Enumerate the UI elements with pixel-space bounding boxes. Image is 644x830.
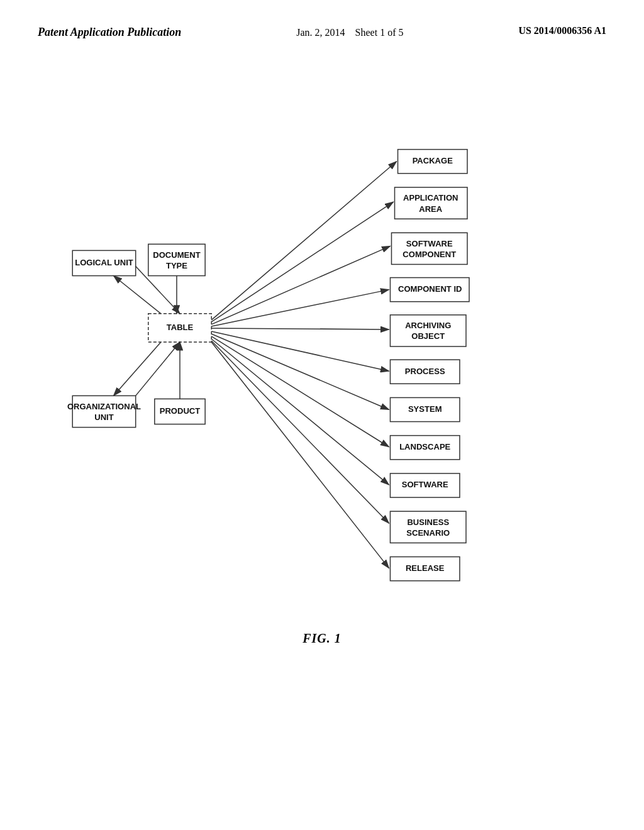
- product-label: PRODUCT: [160, 406, 201, 416]
- arrow-table-compid: [211, 290, 389, 326]
- document-type-node: [148, 244, 205, 275]
- header-date: Jan. 2, 2014: [296, 27, 345, 38]
- header-patent-number: US 2014/0006356 A1: [518, 25, 606, 36]
- business-scenario-node: [390, 511, 466, 543]
- arrow-table-logunit: [114, 276, 161, 314]
- figure-caption: FIG. 1: [38, 631, 606, 646]
- header-date-sheet: Jan. 2, 2014 Sheet 1 of 5: [296, 25, 403, 40]
- org-unit-label2: UNIT: [94, 412, 113, 422]
- arrow-table-orgunit: [114, 342, 161, 396]
- landscape-label: LANDSCAPE: [399, 442, 450, 451]
- table-node-label: TABLE: [167, 323, 194, 332]
- process-label: PROCESS: [405, 367, 445, 376]
- org-unit-node: [72, 396, 135, 427]
- header: Patent Application Publication Jan. 2, 2…: [38, 25, 606, 40]
- application-area-label2: AREA: [419, 204, 443, 214]
- business-scenario-label: BUSINESS: [407, 517, 449, 527]
- arrow-table-apparea: [211, 202, 393, 322]
- package-label: PACKAGE: [413, 156, 453, 165]
- header-publication-type: Patent Application Publication: [38, 25, 181, 40]
- software-component-label: SOFTWARE: [406, 239, 453, 248]
- arrow-table-software: [211, 339, 389, 485]
- component-id-label: COMPONENT ID: [398, 284, 462, 294]
- archiving-object-label: ARCHIVING: [405, 321, 451, 330]
- arrow-table-system: [211, 334, 389, 410]
- diagram-svg: TABLE LOGICAL UNIT DOCUMENT TYPE ORGANIZ…: [38, 59, 606, 625]
- document-type-label2: TYPE: [166, 261, 187, 270]
- software-component-node: [391, 233, 467, 264]
- header-sheet: Sheet 1 of 5: [355, 27, 404, 38]
- arrow-table-archobj: [211, 328, 389, 329]
- document-type-label: DOCUMENT: [153, 250, 200, 260]
- release-label: RELEASE: [406, 563, 445, 573]
- arrow-orgunit-table: [136, 342, 180, 396]
- logical-unit-label: LOGICAL UNIT: [75, 258, 133, 267]
- software-label: SOFTWARE: [402, 480, 448, 489]
- arrow-table-release: [211, 342, 389, 568]
- application-area-label: APPLICATION: [403, 193, 458, 202]
- diagram-area: TABLE LOGICAL UNIT DOCUMENT TYPE ORGANIZ…: [38, 59, 606, 625]
- business-scenario-label2: SCENARIO: [406, 528, 450, 538]
- arrow-table-bizscenario: [211, 341, 389, 523]
- software-component-label2: COMPONENT: [402, 250, 456, 259]
- org-unit-label: ORGANIZATIONAL: [67, 402, 141, 411]
- arrow-table-landscape: [211, 336, 389, 447]
- page: Patent Application Publication Jan. 2, 2…: [0, 0, 644, 830]
- archiving-object-node: [390, 315, 466, 346]
- arrow-table-process: [211, 331, 389, 371]
- application-area-node: [395, 187, 468, 219]
- arrow-table-package: [211, 162, 396, 320]
- system-label: SYSTEM: [408, 404, 442, 414]
- arrow-table-softcomp: [211, 246, 390, 324]
- archiving-object-label2: OBJECT: [411, 331, 445, 341]
